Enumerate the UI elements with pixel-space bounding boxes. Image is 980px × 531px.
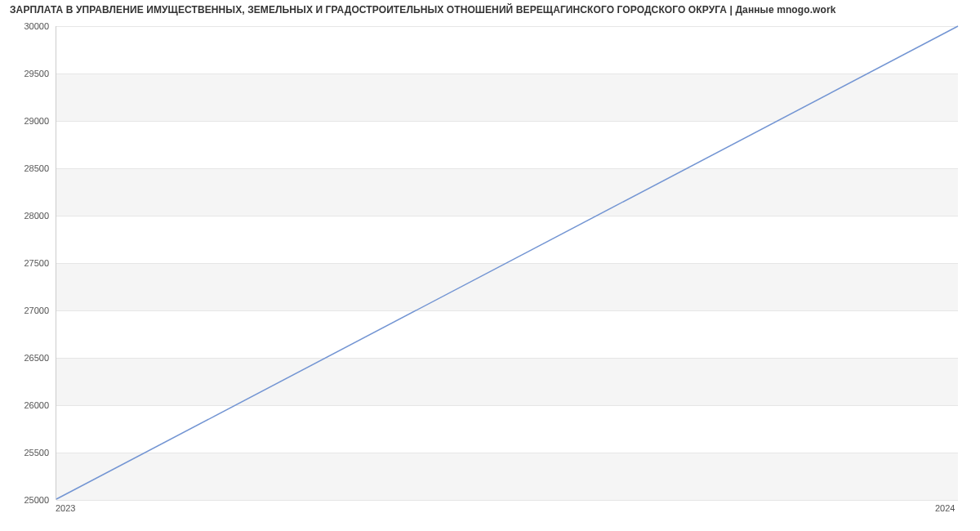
x-tick-label: 2023: [56, 503, 75, 513]
y-tick-label: 27500: [24, 258, 49, 268]
y-tick-label: 30000: [24, 21, 49, 31]
y-tick-label: 29000: [24, 116, 49, 126]
plot-area: [56, 26, 958, 500]
y-tick-label: 25500: [24, 448, 49, 457]
y-tick-label: 27000: [24, 306, 49, 315]
x-tick-label: 2024: [935, 503, 955, 513]
y-tick-label: 25000: [24, 495, 49, 505]
y-tick-label: 26500: [24, 353, 49, 363]
y-tick-label: 28500: [24, 163, 49, 173]
y-gridline: [56, 500, 958, 501]
y-tick-label: 26000: [24, 400, 49, 410]
y-tick-label: 29500: [24, 69, 49, 78]
chart-container: ЗАРПЛАТА В УПРАВЛЕНИЕ ИМУЩЕСТВЕННЫХ, ЗЕМ…: [0, 0, 980, 531]
y-tick-label: 28000: [24, 211, 49, 221]
line-svg: [56, 26, 958, 499]
chart-title: ЗАРПЛАТА В УПРАВЛЕНИЕ ИМУЩЕСТВЕННЫХ, ЗЕМ…: [10, 4, 835, 16]
data-line: [56, 26, 958, 499]
